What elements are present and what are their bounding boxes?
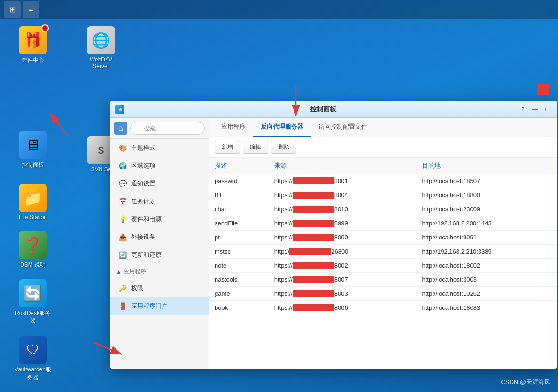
sidebar-item-perms[interactable]: 🔑 权限: [110, 279, 209, 297]
delete-button[interactable]: 删除: [271, 141, 296, 154]
perms-label: 权限: [131, 284, 143, 292]
dsm-label: DSM 说明: [20, 261, 46, 269]
sidebar-top: ⌂ 🔍: [110, 118, 209, 139]
cell-desc: book: [209, 301, 269, 315]
filestation-label: File Station: [19, 214, 47, 221]
cell-src: http:// 26800: [269, 245, 417, 259]
sidebar-item-hardware[interactable]: 💡 硬件和电源: [110, 210, 209, 228]
window-icon: 🖥: [115, 105, 124, 114]
home-button[interactable]: ⌂: [114, 122, 127, 135]
theme-label: 主题样式: [131, 144, 155, 152]
table-row[interactable]: nastoolshttps:// 8007http://localhost:30…: [209, 273, 557, 287]
sidebar-item-external[interactable]: 📤 外接设备: [110, 228, 209, 246]
cell-dest: http://localhost:18083: [417, 301, 557, 315]
cell-dest: http://localhost:23009: [417, 202, 557, 216]
portal-icon: 🚪: [118, 301, 127, 311]
col-src: 来源: [269, 158, 417, 174]
window-minimize-button[interactable]: —: [530, 105, 540, 114]
sidebar: ⌂ 🔍 🎨 主题样式 🌍 区域选项 💬 通知设置 📅 任: [110, 118, 209, 369]
table-row[interactable]: passwrdhttps:// 8001http://localhost:185…: [209, 174, 557, 188]
table-row[interactable]: gamehttps:// 8003http://localhost:10262: [209, 287, 557, 301]
external-icon: 📤: [118, 232, 127, 242]
table-row[interactable]: pthttps:// 8000http://localhost:9091: [209, 231, 557, 245]
vault-icon: 🛡: [19, 336, 47, 364]
desktop-icon-vault[interactable]: 🛡 Vaultwarden服务器: [12, 333, 54, 384]
cell-desc: sendFile: [209, 216, 269, 231]
sidebar-item-portal[interactable]: 🚪 应用程序门户: [110, 297, 209, 315]
cell-dest: http://localhost:10262: [417, 287, 557, 301]
sidebar-item-update[interactable]: 🔄 更新和还原: [110, 246, 209, 264]
desktop-icon-filestation[interactable]: 📁 File Station: [12, 181, 54, 223]
webdav-icon: 🌐: [87, 26, 115, 54]
cell-desc: mstsc: [209, 245, 269, 259]
sidebar-item-theme[interactable]: 🎨 主题样式: [110, 139, 209, 157]
taskbar-menu-icon[interactable]: ≡: [23, 1, 39, 18]
window-maximize-button[interactable]: □: [542, 105, 552, 114]
table-row[interactable]: BThttps:// 8004http://localhost:18800: [209, 188, 557, 202]
cell-dest: http://localhost:18002: [417, 259, 557, 273]
desktop-icon-package[interactable]: 🎁 套件中心: [12, 23, 54, 67]
sidebar-item-notify[interactable]: 💬 通知设置: [110, 175, 209, 192]
desktop-icons-col1: 🎁 套件中心 🖥 控制面板 📁 File Station ❓ DSM 说明 🔄 …: [12, 23, 54, 392]
cell-desc: BT: [209, 188, 269, 202]
cell-desc: chat: [209, 202, 269, 216]
cell-dest: http://localhost:18800: [417, 188, 557, 202]
search-wrapper: 🔍: [130, 122, 205, 135]
package-icon: 🎁: [19, 26, 47, 54]
taskbar-grid-icon[interactable]: ⊞: [4, 1, 21, 18]
cell-desc: game: [209, 287, 269, 301]
region-icon: 🌍: [118, 161, 127, 170]
cell-dest: http://192.168.2.200:1443: [417, 216, 557, 231]
table-row[interactable]: notehttps:// 8002http://localhost:18002: [209, 259, 557, 273]
desktop-icon-docker[interactable]: 🐳 Docker: [12, 389, 54, 392]
desktop-icon-rustdesk[interactable]: 🔄 RustDesk服务器: [12, 277, 54, 328]
control-icon: 🖥: [19, 131, 47, 159]
tab-apps[interactable]: 应用程序: [214, 118, 253, 137]
desktop-icon-webdav[interactable]: 🌐 WebDAV Server: [80, 23, 122, 72]
vault-label: Vaultwarden服务器: [15, 366, 51, 382]
edit-button[interactable]: 编辑: [243, 141, 268, 154]
external-label: 外接设备: [131, 233, 155, 241]
red-square-marker: [537, 84, 549, 95]
update-label: 更新和还原: [131, 251, 162, 259]
cell-src: https:// 8000: [269, 231, 417, 245]
add-button[interactable]: 新增: [215, 141, 240, 154]
cell-src: https:// 8003: [269, 287, 417, 301]
update-icon: 🔄: [118, 250, 127, 260]
filestation-icon: 📁: [19, 184, 47, 212]
sidebar-section-apps[interactable]: ▲ 应用程序: [110, 264, 209, 279]
theme-icon: 🎨: [118, 143, 127, 153]
window-title: 控制面板: [128, 105, 518, 114]
notify-icon: 💬: [118, 179, 127, 188]
tab-proxy[interactable]: 反向代理服务器: [253, 118, 311, 137]
cell-dest: http://localhost:18507: [417, 174, 557, 188]
sidebar-item-region[interactable]: 🌍 区域选项: [110, 157, 209, 175]
cell-src: https:// 8002: [269, 259, 417, 273]
package-label: 套件中心: [22, 56, 44, 64]
window-help-button[interactable]: ?: [518, 105, 527, 114]
table-row[interactable]: chathttps:// 8010http://localhost:23009: [209, 202, 557, 216]
window-titlebar: 🖥 控制面板 ? — □: [110, 101, 557, 118]
svn-label: SVN Se: [91, 166, 111, 173]
watermark: CSDN @天涯海风: [501, 378, 550, 386]
tab-access[interactable]: 访问控制配置文件: [311, 118, 375, 137]
desktop-icon-control[interactable]: 🖥 控制面板: [12, 128, 54, 172]
collapse-icon: ▲: [116, 269, 122, 275]
table-row[interactable]: sendFilehttps:// 8999http://192.168.2.20…: [209, 216, 557, 231]
notification-badge: [41, 24, 49, 32]
cell-desc: passwrd: [209, 174, 269, 188]
table-row[interactable]: bookhttps:// 8006http://localhost:18083: [209, 301, 557, 315]
search-input[interactable]: [130, 122, 205, 135]
cell-src: https:// 8001: [269, 174, 417, 188]
rustdesk-icon: 🔄: [19, 279, 47, 307]
table-row[interactable]: mstschttp:// 26800http://192.168.2.210:3…: [209, 245, 557, 259]
window-controls: ? — □: [518, 105, 552, 114]
desktop-icon-dsm[interactable]: ❓ DSM 说明: [12, 228, 54, 272]
col-dest: 目的地: [417, 158, 557, 174]
rustdesk-label: RustDesk服务器: [15, 309, 51, 325]
sidebar-item-task[interactable]: 📅 任务计划: [110, 192, 209, 210]
cell-src: https:// 8004: [269, 188, 417, 202]
cell-src: https:// 8999: [269, 216, 417, 231]
cell-src: https:// 8007: [269, 273, 417, 287]
cell-src: https:// 8006: [269, 301, 417, 315]
